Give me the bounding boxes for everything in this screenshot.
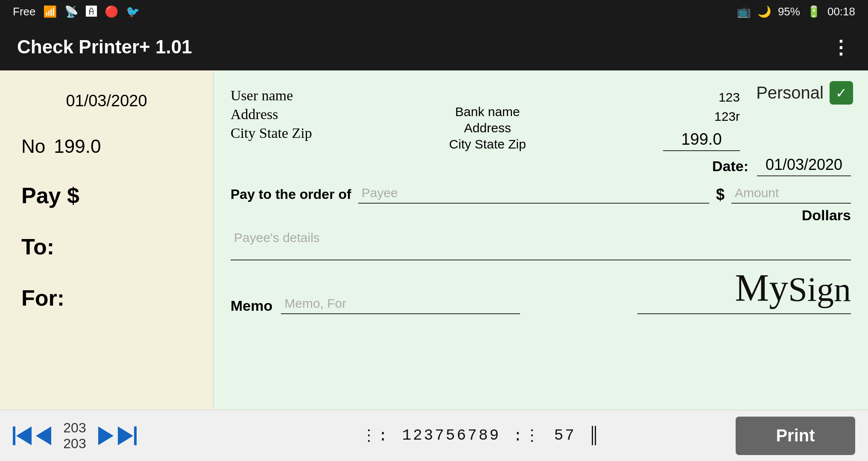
current-page: 203 — [63, 420, 86, 436]
font-icon: 🅰 — [86, 5, 97, 18]
user-name: User name — [231, 88, 312, 104]
micr-middle-sep: :⋮ — [513, 426, 541, 445]
cast-icon: 📺 — [737, 5, 751, 18]
routing-line2: 123r — [714, 107, 740, 126]
nav-last-button[interactable] — [118, 426, 137, 445]
payee-input[interactable]: Payee — [358, 185, 709, 204]
main-content: 01/03/2020 No 199.0 Pay $ To: For: Perso… — [0, 70, 868, 410]
micr-left-sep: ⋮: — [361, 426, 389, 445]
routing-block: 123 123r 199.0 — [663, 88, 740, 152]
wifi-icon: 📡 — [64, 5, 78, 18]
moon-icon: 🌙 — [757, 5, 771, 18]
personal-badge[interactable]: Personal ✓ — [756, 81, 853, 105]
status-right: 📺 🌙 95% 🔋 00:18 — [737, 5, 855, 18]
dollars-label-row: Dollars — [231, 207, 851, 224]
bank-info-block: Bank name Address City State Zip — [449, 105, 526, 152]
carrier-text: Free — [13, 5, 35, 18]
left-pay-label: Pay $ — [21, 183, 192, 208]
user-address: Address — [231, 106, 312, 123]
check-number-display: 199.0 — [663, 130, 740, 151]
left-date: 01/03/2020 — [21, 92, 192, 110]
nav-first-button[interactable] — [13, 426, 32, 445]
personal-check-icon: ✓ — [830, 81, 853, 105]
check-panel: Personal ✓ User name Address City State … — [213, 70, 868, 410]
bank-address: Address — [449, 121, 526, 135]
payee-details-placeholder: Payee's details — [231, 227, 323, 245]
status-left: Free 📶 📡 🅰 🔴 🐦 — [13, 5, 140, 18]
status-bar: Free 📶 📡 🅰 🔴 🐦 📺 🌙 95% 🔋 00:18 — [0, 0, 868, 23]
nav-next-button[interactable] — [98, 426, 114, 445]
memo-inner: Memo Memo, For — [231, 295, 520, 314]
app-title: Check Printer+ 1.01 — [17, 36, 192, 58]
twitter-icon: 🐦 — [126, 5, 140, 18]
notification-icon: 🔴 — [105, 5, 118, 18]
date-label: Date: — [712, 158, 748, 175]
bar-line-last — [134, 426, 137, 445]
tri-right-last — [118, 426, 133, 445]
more-menu-button[interactable]: ⋮ — [831, 36, 851, 58]
micr-account: 57 — [554, 427, 576, 444]
bank-city-state-zip: City State Zip — [449, 137, 526, 152]
memo-input[interactable]: Memo, For — [281, 295, 520, 314]
routing-line1: 123 — [714, 88, 740, 107]
left-for-label: For: — [21, 285, 192, 311]
no-value: 199.0 — [54, 136, 101, 157]
print-button[interactable]: Print — [736, 417, 855, 455]
routing-numbers: 123 123r — [714, 88, 740, 126]
signature-image: MySign — [735, 269, 851, 307]
left-panel: 01/03/2020 No 199.0 Pay $ To: For: — [0, 70, 213, 410]
memo-placeholder: Memo, For — [284, 296, 346, 311]
memo-label: Memo — [231, 298, 272, 314]
micr-section: ⋮: 123756789 :⋮ 57 ║ — [226, 426, 736, 445]
dollar-sign: $ — [716, 186, 725, 204]
date-section: Date: 01/03/2020 — [231, 156, 851, 176]
user-city-state-zip: City State Zip — [231, 125, 312, 141]
signal-icon: 📶 — [43, 5, 57, 18]
app-bar: Check Printer+ 1.01 ⋮ — [0, 23, 868, 70]
page-counter: 203 203 — [56, 420, 94, 452]
payee-details-section[interactable]: Payee's details — [231, 230, 851, 260]
bank-name: Bank name — [449, 105, 526, 119]
bottom-bar: 203 203 ⋮: 123756789 :⋮ 57 ║ Print — [0, 410, 868, 461]
memo-sig-section: Memo Memo, For MySign — [231, 269, 851, 314]
micr-routing: 123756789 — [402, 427, 500, 444]
battery-text: 95% — [778, 5, 800, 18]
signature-block: MySign — [637, 269, 851, 314]
pay-to-label: Pay to the order of — [231, 186, 351, 204]
bar-line-first — [13, 426, 15, 445]
amount-input[interactable]: Amount — [731, 185, 851, 204]
dollars-label: Dollars — [802, 207, 851, 224]
signature-line — [637, 313, 851, 314]
personal-label: Personal — [756, 83, 824, 102]
date-value: 01/03/2020 — [757, 156, 851, 176]
battery-icon: 🔋 — [807, 5, 821, 18]
user-info-block: User name Address City State Zip — [231, 88, 312, 152]
left-to-label: To: — [21, 234, 192, 260]
payee-placeholder: Payee — [362, 186, 398, 200]
nav-prev-button[interactable] — [36, 426, 51, 445]
nav-section: 203 203 — [13, 420, 226, 452]
no-label: No — [21, 136, 45, 157]
amount-placeholder: Amount — [735, 186, 779, 200]
micr-right-sep: ║ — [589, 426, 601, 445]
tri-left-first — [16, 426, 32, 445]
pay-to-section: Pay to the order of Payee $ Amount — [231, 185, 851, 204]
left-no: No 199.0 — [21, 136, 192, 157]
total-pages: 203 — [63, 436, 86, 452]
time-display: 00:18 — [827, 5, 855, 18]
